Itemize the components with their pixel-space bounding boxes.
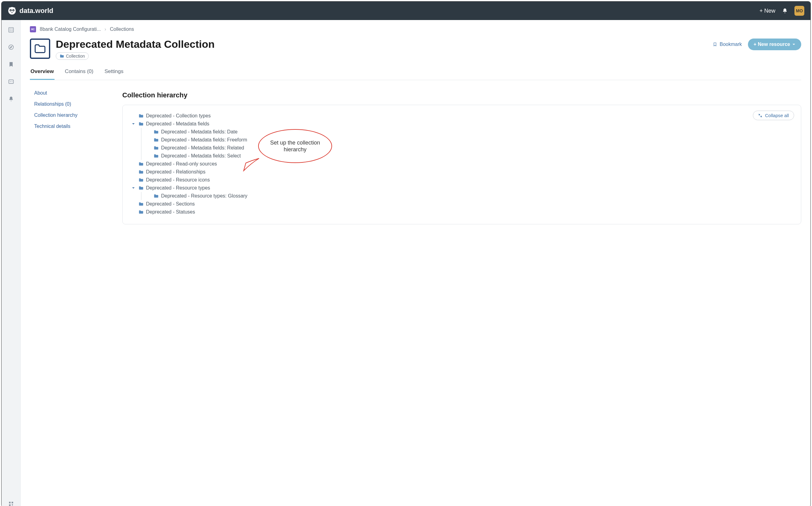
- tree-label: Deprecated - Resource types: Glossary: [161, 193, 247, 199]
- hierarchy-tree: Deprecated - Collection types Deprecated…: [131, 112, 793, 216]
- annotation-text: Set up the collection hierarchy: [265, 139, 325, 153]
- type-chip[interactable]: Collection: [56, 53, 89, 60]
- new-resource-button[interactable]: + New resource: [748, 38, 801, 50]
- tree-node[interactable]: Deprecated - Metadata fields: Select: [141, 152, 793, 160]
- explore-icon[interactable]: [8, 44, 14, 50]
- chevron-down-icon: [131, 122, 135, 126]
- logo-area[interactable]: data.world: [8, 6, 53, 15]
- brand-text: data.world: [19, 7, 53, 15]
- tree-node[interactable]: Deprecated - Read-only sources: [131, 160, 793, 168]
- annotation-tail: [242, 157, 261, 172]
- tree-node[interactable]: Deprecated - Resource types: Glossary: [141, 192, 793, 200]
- svg-rect-14: [9, 504, 10, 506]
- tree-label: Deprecated - Read-only sources: [146, 161, 217, 167]
- bookmark-icon: [713, 41, 717, 47]
- breadcrumb-badge: 8C: [30, 26, 36, 32]
- folder-icon: [154, 194, 159, 198]
- svg-rect-5: [9, 28, 13, 32]
- tree-label: Deprecated - Metadata fields: Select: [161, 153, 241, 159]
- folder-icon: [138, 114, 143, 118]
- nav-technical[interactable]: Technical details: [30, 121, 113, 132]
- nav-about[interactable]: About: [30, 88, 113, 99]
- breadcrumb-item-catalog[interactable]: 8bank Catalog Configurati...: [40, 26, 101, 32]
- bookmark-label: Bookmark: [720, 41, 742, 47]
- notifications-icon[interactable]: [782, 8, 788, 14]
- tree-node[interactable]: Deprecated - Resource types: [131, 184, 793, 192]
- tree-label: Deprecated - Collection types: [146, 113, 211, 119]
- tree-label: Deprecated - Metadata fields: Freeform: [161, 137, 247, 143]
- bookmarks-rail-icon[interactable]: [8, 61, 14, 68]
- tree-label: Deprecated - Metadata fields: Related: [161, 145, 244, 151]
- svg-rect-12: [9, 502, 10, 503]
- breadcrumb-separator: ›: [104, 26, 106, 32]
- org-icon[interactable]: [8, 27, 14, 33]
- svg-rect-7: [11, 29, 12, 29]
- nav-relationships[interactable]: Relationships (0): [30, 99, 113, 110]
- tree-node[interactable]: Deprecated - Metadata fields: Related: [141, 144, 793, 152]
- folder-icon: [138, 162, 143, 166]
- folder-icon: [154, 130, 159, 134]
- svg-point-3: [10, 10, 11, 11]
- tree-node[interactable]: Deprecated - Collection types: [131, 112, 793, 120]
- tree-node[interactable]: Deprecated - Statuses: [131, 208, 793, 216]
- tab-overview[interactable]: Overview: [30, 65, 55, 80]
- tree-label: Deprecated - Metadata fields: Date: [161, 129, 237, 135]
- alerts-rail-icon[interactable]: [8, 96, 14, 102]
- tree-label: Deprecated - Metadata fields: [146, 121, 209, 126]
- section-nav: About Relationships (0) Collection hiera…: [30, 80, 113, 224]
- svg-point-4: [13, 10, 14, 11]
- bookmark-button[interactable]: Bookmark: [713, 41, 742, 47]
- new-resource-label: + New resource: [753, 41, 790, 47]
- breadcrumb-item-collections[interactable]: Collections: [110, 26, 134, 32]
- svg-rect-9: [11, 30, 12, 31]
- annotation-callout: Set up the collection hierarchy: [258, 129, 332, 163]
- tree-node[interactable]: Deprecated - Resource icons: [131, 176, 793, 184]
- folder-icon: [60, 54, 64, 58]
- collapse-icon: [758, 113, 763, 118]
- tree-label: Deprecated - Sections: [146, 201, 195, 207]
- left-rail: [2, 20, 21, 506]
- hierarchy-card: Collapse all Deprecated - Collection typ…: [122, 105, 801, 224]
- folder-icon: [138, 186, 143, 190]
- apps-icon[interactable]: [8, 501, 14, 506]
- tree-node[interactable]: Deprecated - Relationships: [131, 168, 793, 176]
- type-chip-label: Collection: [66, 54, 85, 59]
- svg-point-10: [9, 45, 13, 50]
- collapse-label: Collapse all: [765, 113, 789, 118]
- tree-node[interactable]: Deprecated - Metadata fields: [131, 120, 793, 128]
- tree-node[interactable]: Deprecated - Metadata fields: Freeform: [141, 136, 793, 144]
- tree-label: Deprecated - Resource icons: [146, 177, 210, 183]
- chevron-down-icon: [131, 186, 135, 190]
- new-button[interactable]: + New: [759, 8, 775, 14]
- collapse-all-button[interactable]: Collapse all: [753, 111, 794, 120]
- tree-label: Deprecated - Statuses: [146, 209, 195, 215]
- tree-label: Deprecated - Relationships: [146, 169, 205, 175]
- folder-icon: [154, 154, 159, 158]
- folder-icon: [154, 146, 159, 150]
- tree-node[interactable]: Deprecated - Metadata fields: Date: [141, 128, 793, 136]
- folder-icon: [154, 138, 159, 142]
- folder-icon: [138, 178, 143, 182]
- tab-contains[interactable]: Contains (0): [65, 65, 94, 80]
- user-avatar[interactable]: MO: [794, 6, 804, 16]
- page-icon: [30, 38, 50, 59]
- tasks-icon[interactable]: [8, 79, 14, 85]
- folder-icon: [138, 170, 143, 174]
- chevron-down-icon: [792, 43, 796, 46]
- svg-rect-8: [10, 30, 10, 31]
- svg-rect-13: [11, 502, 13, 503]
- svg-rect-6: [10, 29, 10, 29]
- page-title: Deprecated Metadata Collection: [56, 38, 707, 50]
- tabs: Overview Contains (0) Settings: [30, 65, 801, 80]
- topbar: data.world + New MO: [2, 2, 810, 20]
- nav-hierarchy[interactable]: Collection hierarchy: [30, 110, 113, 121]
- owl-logo-icon: [8, 6, 16, 15]
- folder-icon: [138, 210, 143, 214]
- folder-icon: [34, 44, 46, 54]
- tab-settings[interactable]: Settings: [104, 65, 124, 80]
- tree-node[interactable]: Deprecated - Sections: [131, 200, 793, 208]
- breadcrumb: 8C 8bank Catalog Configurati... › Collec…: [30, 26, 801, 32]
- tree-label: Deprecated - Resource types: [146, 185, 210, 191]
- svg-rect-11: [9, 80, 13, 84]
- folder-icon: [138, 122, 143, 126]
